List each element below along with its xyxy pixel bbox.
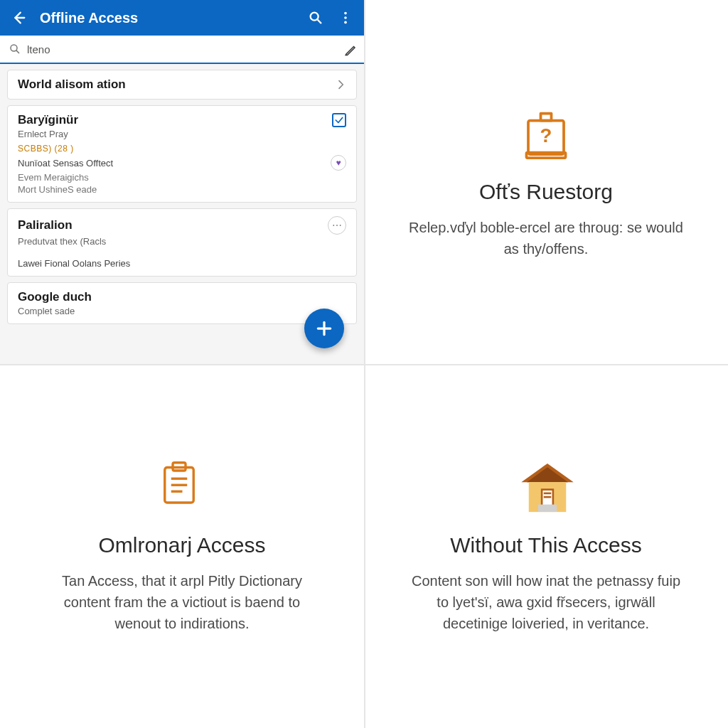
search-input[interactable]: lteno (0, 36, 364, 64)
more-icon[interactable]: ⋯ (328, 216, 346, 235)
item-line: Lawei Fional Oolans Peries (18, 258, 346, 269)
item-title: Google duch (18, 290, 346, 304)
clipboard-icon (154, 458, 210, 515)
list-item[interactable]: Paliralion ⋯ Predutvat thex (Racls Lawei… (7, 208, 357, 277)
feature-tile-restore: ? Ofťs Ruestorg Relep.vďyl boble-ercel a… (364, 0, 728, 364)
item-title: Baryïginür (18, 113, 78, 127)
feature-body: Relep.vďyl boble-ercel are throug: se wo… (407, 217, 685, 259)
chevron-right-icon (335, 79, 346, 90)
list-item[interactable]: World alisom ation (7, 70, 357, 100)
feature-body: Tan Access, that it arpl Pitly Dictionar… (43, 570, 321, 634)
item-line: Evem Meraigichs (18, 172, 346, 183)
item-line: Nunïoat Sensas Offtect (18, 158, 113, 168)
question-box-icon: ? (518, 105, 574, 161)
search-field-icon (9, 43, 21, 55)
mobile-app-panel: Offline Access lteno (0, 0, 364, 364)
horizontal-divider (0, 364, 728, 365)
item-title: Paliralion (18, 218, 73, 232)
list-item[interactable]: Baryïginür Ernlect Pray SCBBS) (28 ) Nun… (7, 105, 357, 203)
list-item[interactable]: Google duch Complet sade (7, 282, 357, 324)
svg-rect-24 (538, 505, 557, 513)
edit-icon[interactable] (344, 43, 355, 55)
favorite-icon[interactable]: ♥ (331, 155, 346, 171)
svg-line-7 (16, 50, 19, 53)
checkbox-checked-icon[interactable] (332, 113, 346, 127)
search-value: lteno (27, 43, 338, 55)
app-title: Offline Access (40, 10, 294, 26)
overflow-menu-icon[interactable] (337, 9, 354, 26)
svg-point-6 (11, 45, 17, 51)
fab-add-button[interactable] (304, 309, 344, 348)
back-icon[interactable] (10, 9, 27, 26)
feature-tile-access: Omlronarj Access Tan Access, that it arp… (0, 364, 364, 728)
house-icon (518, 458, 574, 515)
item-qualifier: SCBBS) (28 ) (18, 144, 346, 154)
search-icon[interactable] (307, 9, 324, 26)
feature-title: Omlronarj Access (98, 533, 265, 557)
svg-text:?: ? (540, 124, 552, 146)
svg-point-5 (344, 21, 347, 24)
svg-line-2 (317, 19, 321, 23)
item-subtitle: Predutvat thex (Racls (18, 236, 346, 247)
svg-point-4 (344, 16, 347, 19)
item-line: Mort UshineS eade (18, 184, 346, 195)
item-subtitle: Complet sade (18, 306, 346, 316)
item-title: World alisom ation (18, 77, 126, 92)
svg-point-3 (344, 12, 347, 15)
feature-title: Ofťs Ruestorg (479, 180, 613, 204)
feature-tile-without: Without This Access Content son will how… (364, 364, 728, 728)
feature-body: Content son will how inat the petnassy f… (407, 570, 685, 634)
feature-title: Without This Access (450, 533, 642, 557)
results-list: World alisom ation Baryïginür Ernle (0, 64, 364, 364)
app-bar: Offline Access (0, 0, 364, 36)
item-subtitle: Ernlect Pray (18, 129, 346, 139)
